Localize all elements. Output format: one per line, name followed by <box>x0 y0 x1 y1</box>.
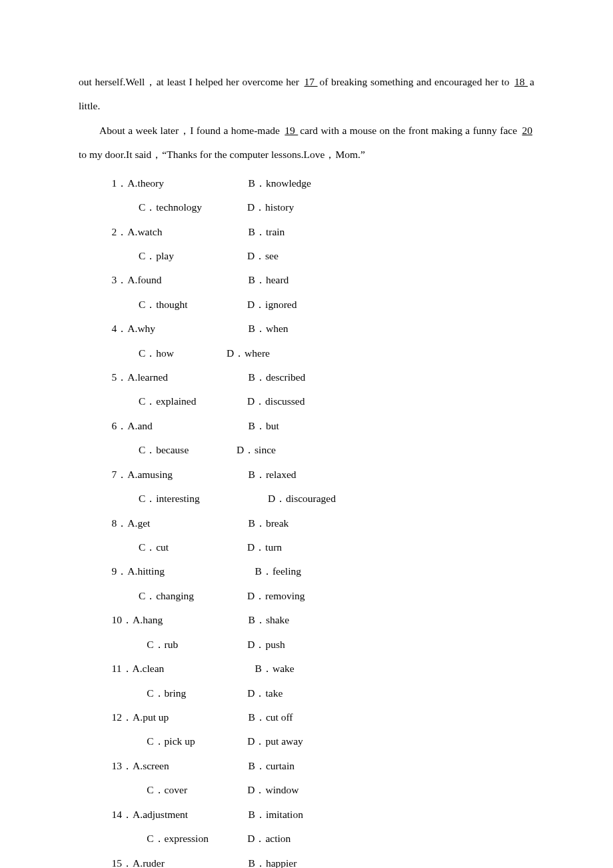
question-row: C．because D．since <box>139 438 534 462</box>
option-b: B．imitation <box>249 803 303 827</box>
option-d: D．discussed <box>247 389 305 413</box>
question-row: C．interesting D．discouraged <box>139 487 534 511</box>
question-row: 3．A.found B．heard <box>112 268 534 292</box>
question-row: C．changing D．removing <box>139 584 534 608</box>
option-c: C．because <box>139 438 237 462</box>
question-row: C．how D．where <box>139 341 534 365</box>
option-d: D．put away <box>247 729 303 753</box>
option-d: D．removing <box>247 584 305 608</box>
option-a: 13．A.screen <box>112 754 249 778</box>
blank-19: 19 <box>283 125 300 136</box>
option-a: 1．A.theory <box>112 171 249 195</box>
option-c: C．thought <box>139 293 247 317</box>
option-a: 11．A.clean <box>112 657 255 681</box>
option-d: D．where <box>227 341 270 365</box>
option-b: B．train <box>249 220 285 244</box>
question-list: 1．A.theory B．knowledge C．technology D．hi… <box>112 171 534 868</box>
option-d: D．window <box>247 778 299 802</box>
question-row: 1．A.theory B．knowledge <box>112 171 534 195</box>
option-b: B．break <box>249 511 289 535</box>
option-b: B．relaxed <box>249 463 297 487</box>
option-d: D．see <box>247 244 279 268</box>
option-a: 3．A.found <box>112 268 249 292</box>
option-a: 12．A.put up <box>112 705 249 729</box>
question-row: 9．A.hitting B．feeling <box>112 559 534 583</box>
question-row: C．expression D．action <box>147 827 534 851</box>
option-a: 8．A.get <box>112 511 249 535</box>
option-c: C．pick up <box>147 729 247 753</box>
option-d: D．history <box>247 195 294 219</box>
option-c: C．changing <box>139 584 247 608</box>
option-d: D．action <box>247 827 291 851</box>
option-b: B．heard <box>249 268 289 292</box>
question-row: 14．A.adjustment B．imitation <box>112 803 534 827</box>
question-row: 13．A.screen B．curtain <box>112 754 534 778</box>
passage-text: About a week later，I found a home-made <box>99 125 283 136</box>
option-c: C．play <box>139 244 247 268</box>
page: out herself.Well，at least I helped her o… <box>0 0 613 868</box>
option-a: 9．A.hitting <box>112 559 255 583</box>
option-b: B．when <box>249 317 289 341</box>
option-d: D．ignored <box>247 293 297 317</box>
option-d: D．turn <box>247 535 282 559</box>
option-c: C．expression <box>147 827 247 851</box>
question-row: 6．A.and B．but <box>112 414 534 438</box>
question-row: 15．A.ruder B．happier <box>112 851 534 869</box>
blank-17: 17 <box>303 76 320 87</box>
option-d: D．push <box>247 633 285 657</box>
option-a: 7．A.amusing <box>112 463 249 487</box>
option-a: 15．A.ruder <box>112 851 249 869</box>
question-row: C．cover D．window <box>147 778 534 802</box>
option-a: 5．A.learned <box>112 365 249 389</box>
question-row: 8．A.get B．break <box>112 511 534 535</box>
option-b: B．curtain <box>249 754 295 778</box>
option-a: 6．A.and <box>112 414 249 438</box>
question-row: 10．A.hang B．shake <box>112 608 534 632</box>
option-c: C．bring <box>147 681 247 705</box>
option-c: C．explained <box>139 389 247 413</box>
option-c: C．cut <box>139 535 247 559</box>
question-row: 7．A.amusing B．relaxed <box>112 463 534 487</box>
blank-20: 20 <box>520 125 535 136</box>
option-c: C．interesting <box>139 487 268 511</box>
question-row: C．explained D．discussed <box>139 389 534 413</box>
option-d: D．discouraged <box>268 487 336 511</box>
question-row: C．cut D．turn <box>139 535 534 559</box>
question-row: C．rub D．push <box>147 633 534 657</box>
option-b: B．described <box>249 365 306 389</box>
option-b: B．cut off <box>249 705 293 729</box>
passage-paragraph-1: out herself.Well，at least I helped her o… <box>79 70 534 119</box>
question-row: 4．A.why B．when <box>112 317 534 341</box>
option-a: 2．A.watch <box>112 220 249 244</box>
option-a: 14．A.adjustment <box>112 803 249 827</box>
option-c: C．technology <box>139 195 247 219</box>
option-c: C．rub <box>147 633 247 657</box>
option-b: B．shake <box>249 608 290 632</box>
question-row: C．bring D．take <box>147 681 534 705</box>
question-row: 11．A.clean B．wake <box>112 657 534 681</box>
passage-text: out herself.Well，at least I helped her o… <box>79 76 303 87</box>
option-a: 4．A.why <box>112 317 249 341</box>
question-row: 12．A.put up B．cut off <box>112 705 534 729</box>
option-d: D．take <box>247 681 283 705</box>
option-d: D．since <box>237 438 276 462</box>
option-c: C．cover <box>147 778 247 802</box>
passage-text: card with a mouse on the front making a … <box>300 125 520 136</box>
option-a: 10．A.hang <box>112 608 249 632</box>
passage-paragraph-2: About a week later，I found a home-made 1… <box>79 119 534 167</box>
option-b: B．knowledge <box>249 171 311 195</box>
question-row: C．pick up D．put away <box>147 729 534 753</box>
option-b: B．but <box>249 414 279 438</box>
passage-text: to my door.It said，“Thanks for the compu… <box>79 149 365 160</box>
option-c: C．how <box>139 341 227 365</box>
question-row: 2．A.watch B．train <box>112 220 534 244</box>
option-b: B．happier <box>249 851 297 869</box>
option-b: B．feeling <box>255 559 301 583</box>
question-row: C．thought D．ignored <box>139 293 534 317</box>
blank-18: 18 <box>512 76 530 87</box>
option-b: B．wake <box>255 657 295 681</box>
question-row: 5．A.learned B．described <box>112 365 534 389</box>
question-row: C．technology D．history <box>139 195 534 219</box>
question-row: C．play D．see <box>139 244 534 268</box>
passage-text: of breaking something and encouraged her… <box>320 76 512 87</box>
